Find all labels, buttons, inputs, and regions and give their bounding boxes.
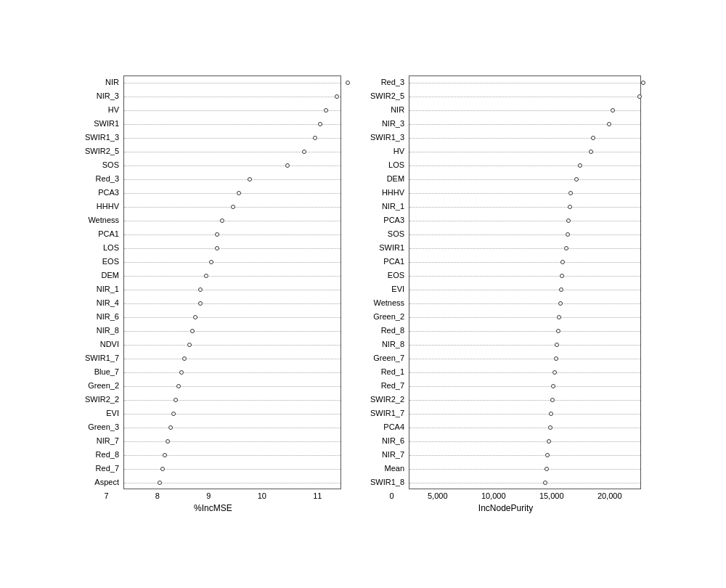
y-label: PCA1 xyxy=(370,255,404,269)
data-dot xyxy=(160,467,165,471)
data-dot xyxy=(558,301,563,306)
dotted-line xyxy=(124,331,340,332)
data-dot xyxy=(560,274,564,278)
right-y-labels: Red_3SWIR2_5NIRNIR_3SWIR1_3HVLOSDEMHHHVN… xyxy=(370,75,409,489)
data-dot xyxy=(187,343,192,347)
y-label: HHHV xyxy=(85,200,119,213)
data-dot xyxy=(198,301,203,306)
dotted-line xyxy=(409,303,640,304)
dotted-line xyxy=(409,234,640,235)
dotted-line xyxy=(124,414,340,415)
data-dot xyxy=(556,329,560,333)
y-label: Mean xyxy=(370,462,404,475)
y-label: Red_7 xyxy=(370,379,404,393)
y-label: SWIR2_5 xyxy=(85,144,119,158)
dotted-line xyxy=(124,317,340,318)
y-label: SWIR1_7 xyxy=(85,351,119,365)
data-dot xyxy=(166,439,170,444)
dotted-line xyxy=(124,138,340,139)
y-label: SWIR2_5 xyxy=(370,89,404,103)
y-label: Green_2 xyxy=(370,310,404,324)
y-label: Red_8 xyxy=(370,324,404,338)
y-label: SWIR1_8 xyxy=(370,475,404,489)
y-label: PCA4 xyxy=(370,420,404,434)
data-dot xyxy=(559,287,563,292)
y-label: SWIR1 xyxy=(370,241,404,255)
dotted-line xyxy=(124,441,340,442)
y-label: Wetness xyxy=(85,213,119,227)
dotted-line xyxy=(409,400,640,401)
y-label: NIR_6 xyxy=(85,310,119,324)
data-dot xyxy=(158,481,162,485)
dotted-line xyxy=(409,138,640,139)
data-dot xyxy=(182,356,187,361)
data-dot xyxy=(176,384,181,388)
y-label: EOS xyxy=(85,255,119,269)
dotted-line xyxy=(124,372,340,373)
left-x-axis: 7891011 xyxy=(104,491,322,500)
y-label: EOS xyxy=(370,269,404,282)
dotted-line xyxy=(409,331,640,332)
y-label: NIR_4 xyxy=(85,296,119,310)
dotted-line xyxy=(124,110,340,111)
data-dot xyxy=(557,315,561,319)
dotted-line xyxy=(409,483,640,483)
dotted-line xyxy=(124,97,340,97)
data-dot xyxy=(209,260,213,264)
dotted-line xyxy=(124,166,340,166)
data-dot xyxy=(179,370,184,375)
data-dot xyxy=(574,177,579,181)
y-label: NIR_8 xyxy=(85,324,119,338)
dotted-line xyxy=(124,359,340,359)
data-dot xyxy=(554,356,558,361)
right-chart-wrapper: Red_3SWIR2_5NIRNIR_3SWIR1_3HVLOSDEMHHHVN… xyxy=(370,75,641,513)
data-dot xyxy=(285,163,290,168)
data-dot xyxy=(543,481,547,485)
data-dot xyxy=(549,412,553,416)
y-label: SWIR1_7 xyxy=(370,407,404,420)
data-dot xyxy=(215,232,219,237)
data-dot xyxy=(248,177,252,181)
data-dot xyxy=(237,191,241,195)
left-y-labels: NIRNIR_3HVSWIR1SWIR1_3SWIR2_5SOSRed_3PCA… xyxy=(85,75,123,489)
dotted-line xyxy=(409,386,640,387)
dotted-line xyxy=(124,386,340,387)
data-dot xyxy=(560,260,565,264)
data-dot xyxy=(591,136,595,140)
data-dot xyxy=(547,439,551,444)
data-dot xyxy=(204,274,208,278)
y-label: NIR_3 xyxy=(370,117,404,131)
data-dot xyxy=(174,398,178,402)
y-label: SWIR1_3 xyxy=(370,131,404,144)
data-dot xyxy=(198,287,203,292)
data-dot xyxy=(607,122,611,126)
dotted-line xyxy=(124,483,340,483)
dotted-line xyxy=(124,345,340,346)
y-label: SOS xyxy=(370,227,404,241)
data-dot xyxy=(215,246,219,250)
dotted-line xyxy=(409,414,640,415)
dotted-line xyxy=(124,83,340,83)
dotted-line xyxy=(124,455,340,456)
dotted-line xyxy=(409,290,640,290)
dotted-line xyxy=(409,359,640,359)
dotted-line xyxy=(124,290,340,290)
dotted-line xyxy=(409,441,640,442)
y-label: PCA1 xyxy=(85,227,119,241)
dotted-line xyxy=(409,166,640,166)
y-label: EVI xyxy=(370,282,404,296)
dotted-line xyxy=(124,248,340,249)
data-dot xyxy=(552,370,557,375)
right-chart: Red_3SWIR2_5NIRNIR_3SWIR1_3HVLOSDEMHHHVN… xyxy=(370,75,641,489)
dotted-line xyxy=(124,428,340,428)
right-x-title: IncNodePurity xyxy=(478,503,533,513)
data-dot xyxy=(611,108,615,113)
right-x-axis: 05,00010,00015,00020,000 xyxy=(390,491,622,500)
y-label: Blue_7 xyxy=(85,365,119,379)
y-label: Wetness xyxy=(370,296,404,310)
y-label: LOS xyxy=(370,158,404,172)
left-x-title: %IncMSE xyxy=(194,503,232,513)
y-label: NIR_3 xyxy=(85,89,119,103)
x-tick-label: 9 xyxy=(206,491,211,500)
dotted-line xyxy=(409,317,640,318)
